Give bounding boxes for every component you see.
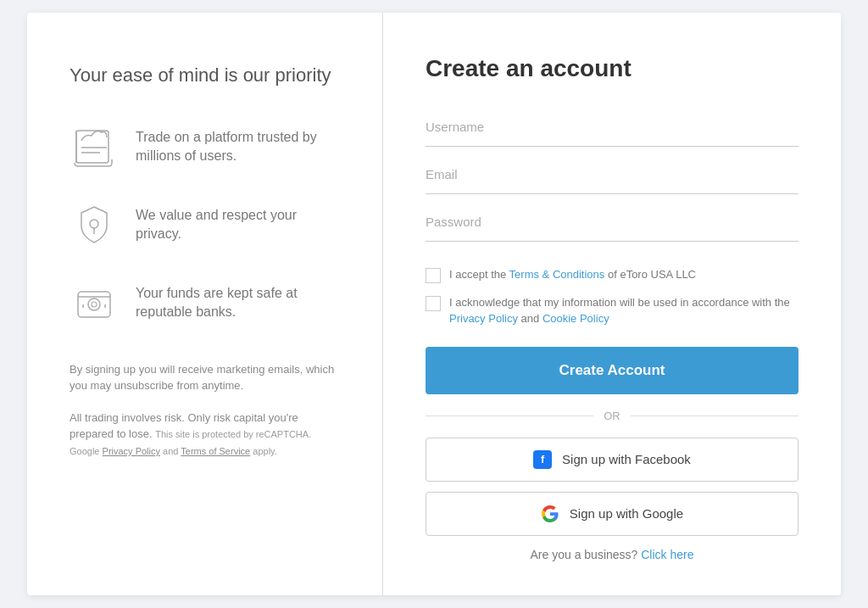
disclaimer-risk: All trading involves risk. Only risk cap…: [70, 410, 340, 460]
password-input[interactable]: [426, 203, 798, 242]
username-input[interactable]: [426, 108, 798, 147]
password-field-wrapper: [426, 203, 798, 250]
privacy-policy-link[interactable]: Privacy Policy: [103, 446, 160, 456]
facebook-label: Sign up with Facebook: [562, 452, 691, 466]
google-icon: [541, 505, 559, 523]
svg-point-4: [90, 220, 98, 228]
or-text: OR: [593, 410, 631, 422]
feature-platform: Trade on a platform trusted by millions …: [70, 122, 340, 171]
feature-privacy: We value and respect your privacy.: [70, 200, 340, 249]
feature-list: Trade on a platform trusted by millions …: [70, 122, 340, 327]
terms-checkbox[interactable]: [426, 268, 441, 283]
terms-checkbox-row: I accept the Terms & Conditions of eToro…: [426, 267, 798, 283]
privacy-policy-form-link[interactable]: Privacy Policy: [449, 312, 518, 325]
or-line-left: [426, 416, 593, 416]
facebook-icon: f: [533, 450, 552, 469]
signup-card: Your ease of mind is our priority Trade …: [27, 13, 841, 594]
google-label: Sign up with Google: [570, 506, 683, 521]
click-here-link[interactable]: Click here: [641, 548, 693, 561]
funds-icon: [70, 278, 119, 327]
platform-icon: [70, 122, 119, 171]
feature-funds: Your funds are kept safe at reputable ba…: [70, 278, 340, 327]
business-link: Are you a business? Click here: [426, 548, 798, 561]
form-title: Create an account: [426, 55, 798, 82]
svg-point-7: [88, 298, 100, 310]
checkbox-group: I accept the Terms & Conditions of eToro…: [426, 267, 798, 326]
funds-text: Your funds are kept safe at reputable ba…: [136, 284, 340, 322]
email-field-wrapper: [426, 155, 798, 203]
right-panel: Create an account I accept the Terms & C…: [383, 13, 841, 594]
platform-text: Trade on a platform trusted by millions …: [136, 128, 340, 166]
left-panel: Your ease of mind is our priority Trade …: [27, 13, 383, 594]
google-signup-button[interactable]: Sign up with Google: [426, 492, 798, 536]
username-field-wrapper: [426, 108, 798, 155]
svg-point-8: [92, 302, 97, 307]
privacy-text: We value and respect your privacy.: [136, 206, 340, 244]
fields-group: [426, 108, 798, 250]
disclaimer-marketing: By signing up you will receive marketing…: [70, 361, 340, 394]
cookie-policy-link[interactable]: Cookie Policy: [542, 312, 609, 325]
or-line-right: [631, 416, 798, 416]
terms-service-link[interactable]: Terms of Service: [181, 446, 250, 456]
privacy-checkbox[interactable]: [426, 296, 441, 311]
privacy-checkbox-row: I acknowledge that my information will b…: [426, 295, 798, 326]
headline: Your ease of mind is our priority: [70, 64, 340, 88]
terms-conditions-link[interactable]: Terms & Conditions: [509, 268, 605, 281]
privacy-icon: [70, 200, 119, 249]
email-input[interactable]: [426, 155, 798, 194]
or-divider: OR: [426, 410, 798, 422]
facebook-signup-button[interactable]: f Sign up with Facebook: [426, 438, 798, 482]
create-account-button[interactable]: Create Account: [426, 347, 798, 394]
